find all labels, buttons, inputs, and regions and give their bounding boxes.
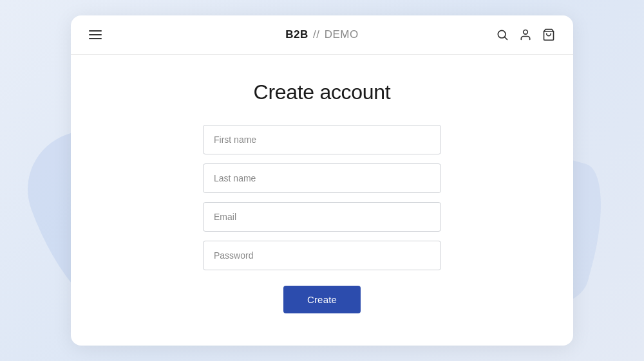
brand-b2b: B2B	[285, 28, 308, 41]
first-name-input[interactable]	[203, 125, 441, 154]
cart-icon[interactable]	[542, 28, 555, 41]
page-title: Create account	[254, 80, 391, 104]
last-name-input[interactable]	[203, 163, 441, 193]
svg-point-0	[498, 30, 506, 38]
brand-logo: B2B // DEMO	[285, 28, 358, 41]
navbar-right	[496, 28, 555, 41]
account-icon[interactable]	[519, 28, 532, 41]
search-icon[interactable]	[496, 28, 509, 41]
brand-demo: DEMO	[325, 28, 359, 41]
main-card: B2B // DEMO	[71, 15, 573, 346]
navbar: B2B // DEMO	[71, 15, 573, 55]
svg-point-2	[524, 30, 528, 35]
svg-line-1	[505, 37, 507, 40]
main-content: Create account Create	[71, 55, 573, 346]
brand-separator: //	[310, 28, 323, 41]
create-button[interactable]: Create	[283, 286, 361, 313]
create-account-form: Create	[203, 125, 441, 313]
password-input[interactable]	[203, 241, 441, 270]
menu-icon[interactable]	[89, 30, 102, 39]
email-input[interactable]	[203, 202, 441, 232]
navbar-left	[89, 30, 102, 39]
